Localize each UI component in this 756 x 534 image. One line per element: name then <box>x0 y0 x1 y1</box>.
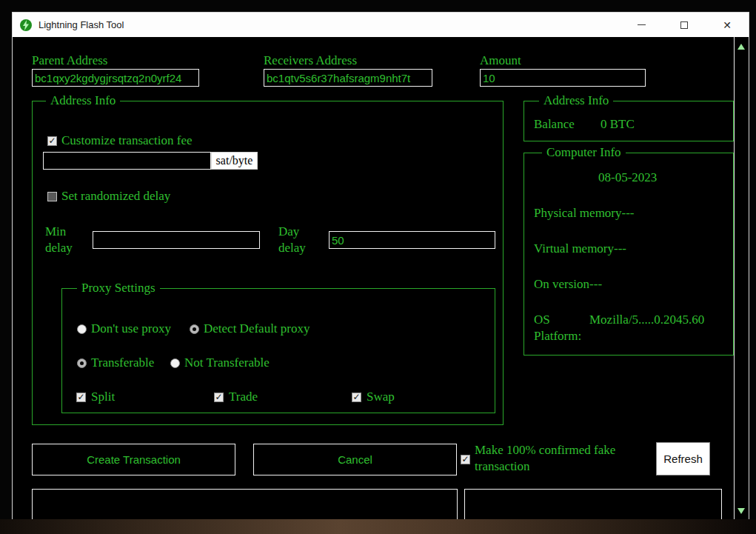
vertical-scrollbar[interactable] <box>734 37 749 521</box>
radio-not-transferable[interactable] <box>170 358 180 368</box>
radio-not-transferable-label: Not Transferable <box>184 355 270 371</box>
close-button[interactable]: ✕ <box>706 13 749 37</box>
radio-transferable[interactable] <box>77 358 87 368</box>
amount-input[interactable] <box>480 69 646 87</box>
day-delay-label: Day delay <box>278 224 306 256</box>
balance-label: Balance <box>534 116 575 133</box>
app-icon <box>19 19 33 32</box>
address-info-group-title: Address Info <box>46 93 120 109</box>
physical-memory-text: Physical memory--- <box>534 205 635 221</box>
fake-transaction-checkbox[interactable] <box>461 455 470 464</box>
address-info-group: Address Info Customize transaction fee s… <box>32 101 504 425</box>
scroll-up-icon[interactable] <box>737 44 745 50</box>
window-title: Lightning Flash Tool <box>39 19 124 30</box>
app-window: Lightning Flash Tool ✕ Parent Address Re… <box>12 12 749 521</box>
radio-dont-use-proxy-label: Don't use proxy <box>91 321 171 337</box>
balance-group: Address Info Balance 0 BTC <box>523 101 734 141</box>
proxy-settings-group-title: Proxy Settings <box>77 280 160 296</box>
fee-unit-label: sat/byte <box>211 152 258 170</box>
split-checkbox[interactable] <box>76 393 86 402</box>
cancel-button[interactable]: Cancel <box>253 444 457 475</box>
refresh-button[interactable]: Refresh <box>656 442 710 475</box>
randomized-delay-label: Set randomized delay <box>61 188 170 204</box>
receivers-address-input[interactable] <box>264 69 432 87</box>
balance-group-title: Address Info <box>539 93 613 109</box>
radio-detect-default-proxy[interactable] <box>190 324 199 334</box>
close-icon: ✕ <box>723 20 732 30</box>
desktop-taskbar-strip <box>0 519 756 534</box>
fee-input[interactable] <box>43 152 211 170</box>
on-version-text: On version--- <box>534 276 602 293</box>
create-transaction-button[interactable]: Create Transaction <box>32 444 235 475</box>
randomized-delay-checkbox[interactable] <box>47 192 57 201</box>
trade-checkbox-label: Trade <box>229 389 258 405</box>
maximize-button[interactable] <box>663 13 706 37</box>
minimize-icon <box>638 24 646 25</box>
fake-transaction-label: Make 100% confirmed fake transaction <box>475 442 656 475</box>
min-delay-input[interactable] <box>93 231 260 249</box>
maximize-icon <box>680 21 688 29</box>
footer-log-panel-right <box>464 489 722 521</box>
os-platform-value: Mozilla/5.....0.2045.60 <box>589 312 704 328</box>
split-checkbox-label: Split <box>91 389 115 405</box>
computer-info-group-title: Computer Info <box>542 144 626 161</box>
virtual-memory-text: Virtual memory--- <box>534 241 626 257</box>
receivers-address-label: Receivers Address <box>264 53 357 69</box>
proxy-settings-group: Proxy Settings Don't use proxy Detect De… <box>61 288 495 413</box>
radio-transferable-label: Transferable <box>91 355 154 371</box>
radio-dont-use-proxy[interactable] <box>77 324 87 334</box>
swap-checkbox[interactable] <box>352 393 361 402</box>
parent-address-input[interactable] <box>32 69 199 87</box>
titlebar[interactable]: Lightning Flash Tool ✕ <box>13 13 749 37</box>
swap-checkbox-label: Swap <box>367 389 395 405</box>
minimize-button[interactable] <box>620 13 663 37</box>
computer-info-group: Computer Info 08-05-2023 Physical memory… <box>523 153 734 356</box>
footer-log-panel-left <box>32 489 458 521</box>
scroll-down-icon[interactable] <box>737 508 745 514</box>
desktop-background: Lightning Flash Tool ✕ Parent Address Re… <box>0 0 756 534</box>
client-area: Parent Address Receivers Address Amount … <box>13 37 749 521</box>
balance-value: 0 BTC <box>601 116 635 133</box>
parent-address-label: Parent Address <box>32 53 107 69</box>
date-value: 08-05-2023 <box>598 170 657 186</box>
amount-label: Amount <box>480 53 521 69</box>
customize-fee-checkbox[interactable] <box>47 136 57 146</box>
window-controls: ✕ <box>620 13 749 37</box>
customize-fee-label: Customize transaction fee <box>61 133 193 149</box>
radio-detect-default-proxy-label: Detect Default proxy <box>204 321 310 337</box>
os-platform-label: OS Platform: <box>534 312 581 344</box>
trade-checkbox[interactable] <box>214 393 224 402</box>
day-delay-input[interactable] <box>329 231 495 249</box>
min-delay-label: Min delay <box>45 224 73 256</box>
